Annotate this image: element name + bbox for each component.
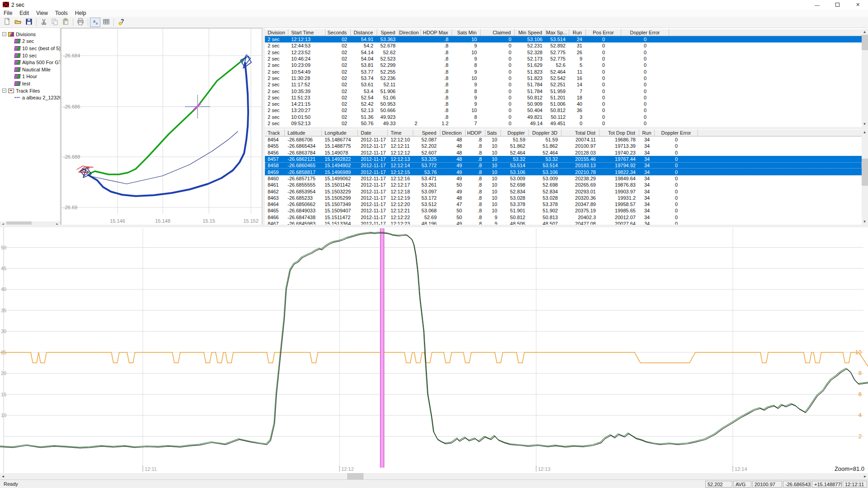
- column-header-distance[interactable]: Distance: [351, 29, 377, 36]
- scroll-left-arrow[interactable]: ◄: [0, 474, 6, 479]
- menu-item-tools[interactable]: Tools: [52, 9, 71, 17]
- column-header-min-speed[interactable]: Min Speed: [515, 29, 546, 36]
- column-header-direction[interactable]: Direction: [399, 29, 421, 36]
- open-button[interactable]: [13, 18, 23, 27]
- table-row[interactable]: 2 sec10:01:500251.3649.923.88049.82150.1…: [265, 114, 862, 120]
- menu-item-edit[interactable]: Edit: [16, 9, 33, 17]
- column-header-speed[interactable]: Speed: [413, 129, 440, 136]
- column-header-pos-error[interactable]: Pos Error: [586, 29, 621, 36]
- speed-chart-panel[interactable]: 10152025303540455024681012:1112:1212:131…: [0, 227, 868, 473]
- menu-item-view[interactable]: View: [33, 9, 52, 17]
- column-header-longitude[interactable]: Longitude: [322, 129, 358, 136]
- speed-chart[interactable]: 10152025303540455024681012:1112:1212:131…: [0, 227, 868, 473]
- column-header-doppler[interactable]: Doppler: [501, 129, 529, 136]
- table-row[interactable]: 8455-26.686543415.14887752012-11-1712:12…: [265, 143, 862, 149]
- column-header-time[interactable]: Time: [388, 129, 413, 136]
- column-header-sats[interactable]: Sats: [486, 129, 501, 136]
- column-header-date[interactable]: Date: [358, 129, 388, 136]
- tree-node-track-files[interactable]: −Track Files: [0, 87, 60, 94]
- table-row[interactable]: 2 sec10:23:090253.8152.299.88051.62952.6…: [265, 62, 862, 68]
- scrollbar-thumb[interactable]: [862, 159, 868, 186]
- track-map-panel[interactable]: -26.684-26.686-26.688-26.6915.14615.1481…: [61, 28, 262, 227]
- runs-table-scrollbar[interactable]: ▲ ▼: [862, 29, 868, 127]
- column-header-latitude[interactable]: Latitude: [285, 129, 322, 136]
- print-button[interactable]: [75, 18, 85, 27]
- table-row[interactable]: 2 sec12:12:130254.9153.363.810053.10653.…: [265, 36, 862, 42]
- tree-item-track-file[interactable]: •••a albeau 2_123200: [0, 94, 60, 101]
- menu-item-help[interactable]: Help: [71, 9, 90, 17]
- new-button[interactable]: [2, 18, 12, 27]
- scroll-up-arrow[interactable]: ▲: [862, 129, 868, 135]
- table-row[interactable]: 2 sec12:44:530254.252.678.89052.23152.89…: [265, 42, 862, 49]
- table-row[interactable]: 8459-26.685881715.14969892012-11-1712:12…: [265, 169, 862, 175]
- tree-toggle-icon[interactable]: −: [2, 32, 6, 36]
- column-header-claimed[interactable]: Claimed: [481, 29, 515, 36]
- tree-node-divisions[interactable]: −Divisions: [0, 31, 60, 38]
- sort-label-button[interactable]: aa: [90, 18, 100, 27]
- table-row[interactable]: 8461-26.685555515.15011422012-11-1712:12…: [265, 182, 862, 188]
- scroll-right-arrow[interactable]: ►: [862, 474, 868, 479]
- column-header-seconds[interactable]: Seconds: [326, 29, 351, 36]
- cut-button[interactable]: [38, 18, 49, 27]
- table-row[interactable]: 2 sec09:52:130250.7649.3321.27049.1449.4…: [265, 120, 862, 127]
- scroll-down-arrow[interactable]: ▼: [862, 219, 868, 225]
- table-row[interactable]: 2 sec12:23:520254.1452.62.810052.32852.7…: [265, 49, 862, 56]
- table-row[interactable]: 2 sec10:54:490253.7752.255.89051.82352.4…: [265, 68, 862, 75]
- table-row[interactable]: 8454-26.68670615.14867742012-11-1712:12:…: [265, 136, 862, 143]
- column-header-run[interactable]: Run: [569, 29, 586, 36]
- table-row[interactable]: 2 sec14:21:150252.4250.953.89050.90951.0…: [265, 101, 862, 107]
- table-row[interactable]: 8465-26.684903315.15094072012-11-1712:12…: [265, 207, 862, 214]
- table-row[interactable]: 8456-26.686378415.1490782012-11-1712:12:…: [265, 150, 862, 156]
- column-header-hdop-max[interactable]: HDOP Max: [421, 29, 452, 36]
- tree-item-alpha-500-for-gt-[interactable]: Alpha 500 For GT:: [0, 59, 60, 66]
- tree-item-10-sec[interactable]: 10 sec: [0, 52, 60, 59]
- table-row[interactable]: 8466-26.684743815.15114722012-11-1712:12…: [265, 214, 862, 221]
- grid-button[interactable]: [101, 18, 111, 27]
- column-header-doppler-error[interactable]: Doppler Error: [621, 29, 669, 36]
- column-header-run[interactable]: Run: [639, 129, 655, 136]
- copy-button[interactable]: [49, 18, 60, 27]
- table-row[interactable]: 8462-26.685395415.15032292012-11-1712:12…: [265, 188, 862, 194]
- column-header-hdop[interactable]: HDOP: [466, 129, 486, 136]
- column-header-sats-min[interactable]: Sats Min: [452, 29, 481, 36]
- column-header-max-sp-[interactable]: Max Sp...: [546, 29, 569, 36]
- chart-cursor-band[interactable]: [380, 228, 384, 468]
- table-row[interactable]: 8464-26.685066215.15073492012-11-1712:12…: [265, 201, 862, 207]
- column-header-total-dist[interactable]: Total Dist: [561, 129, 599, 136]
- table-row[interactable]: 8463-26.68523315.15052992012-11-1712:12:…: [265, 195, 862, 201]
- column-header-division[interactable]: Division: [265, 29, 288, 36]
- maximize-button[interactable]: [827, 0, 848, 9]
- scrollbar-thumb[interactable]: [862, 35, 868, 50]
- tree-toggle-icon[interactable]: −: [2, 89, 6, 93]
- tree-item-test[interactable]: test: [0, 80, 60, 87]
- column-header-track[interactable]: Track: [265, 129, 285, 136]
- tree-item-10-sec-best-of-5-[interactable]: 10 sec (best of 5): [0, 45, 60, 52]
- track-points-table[interactable]: TrackLatitudeLongitudeDateTimeSpeedDirec…: [265, 129, 862, 225]
- column-header-tot-dop-dist[interactable]: Tot Dop Dist: [599, 129, 639, 136]
- table-row[interactable]: 2 sec13:20:270252.1350.666.810050.40450.…: [265, 107, 862, 113]
- scrollbar-thumb[interactable]: [347, 473, 363, 479]
- track-map[interactable]: -26.684-26.686-26.688-26.6915.14615.1481…: [61, 28, 262, 227]
- table-row[interactable]: 2 sec10:35:390253.451.906.88051.78451.95…: [265, 88, 862, 94]
- close-button[interactable]: ✕: [848, 0, 868, 9]
- menu-item-file[interactable]: File: [0, 9, 16, 17]
- scroll-up-arrow[interactable]: ▲: [862, 29, 868, 35]
- table-row[interactable]: 8467-26.684598315.15133642012-11-1712:12…: [265, 221, 862, 225]
- points-table-scrollbar[interactable]: ▲ ▼: [862, 129, 868, 225]
- tree-item-1-hour[interactable]: 1 Hour: [0, 73, 60, 80]
- chart-horizontal-scrollbar[interactable]: ◄ ►: [0, 473, 868, 479]
- paste-button[interactable]: [60, 18, 71, 27]
- save-button[interactable]: [24, 18, 34, 27]
- table-row[interactable]: 2 sec11:51:230252.5451.06.89050.81251.20…: [265, 94, 862, 101]
- column-header-start-time[interactable]: Start Time: [288, 29, 326, 36]
- table-row[interactable]: 2 sec10:46:240254.0452.523.89052.17352.7…: [265, 56, 862, 62]
- column-header-speed[interactable]: Speed: [377, 29, 399, 36]
- column-header-doppler-error[interactable]: Doppler Error: [655, 129, 698, 136]
- table-row[interactable]: 8460-26.685717515.14990622012-11-1712:12…: [265, 175, 862, 182]
- help-button[interactable]: ?: [116, 18, 126, 27]
- minimize-button[interactable]: —: [807, 0, 827, 9]
- table-row[interactable]: 8458-26.686046515.14949022012-11-1712:12…: [265, 162, 862, 169]
- tree-item-2-sec[interactable]: 2 sec: [0, 38, 60, 45]
- tree-item-nautical-mile[interactable]: Nautical Mile: [0, 66, 60, 73]
- table-row[interactable]: 2 sec11:17:520253.6152.11.89051.78452.25…: [265, 81, 862, 88]
